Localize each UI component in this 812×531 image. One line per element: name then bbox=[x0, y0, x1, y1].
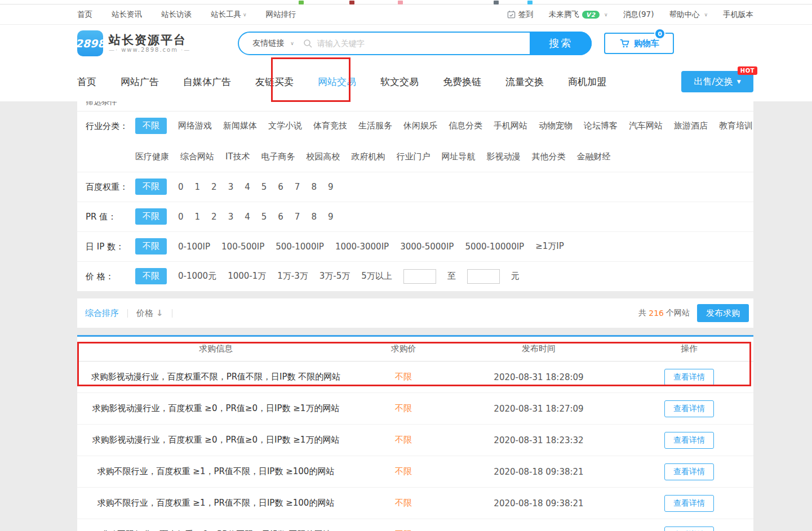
filter-option[interactable]: 体育竞技 bbox=[313, 118, 347, 134]
messages-link[interactable]: 消息(97) bbox=[623, 10, 654, 20]
filter-option[interactable]: 0 bbox=[178, 209, 184, 225]
filter-option[interactable]: 8 bbox=[311, 179, 317, 195]
filter-option[interactable]: 手机网站 bbox=[494, 118, 527, 134]
filter-option[interactable]: 政府机构 bbox=[352, 149, 385, 165]
sort-price[interactable]: 价格 ↓ bbox=[136, 308, 163, 319]
filter-option[interactable]: 新闻媒体 bbox=[223, 118, 257, 134]
filter-option[interactable]: 1000-3000IP bbox=[335, 239, 389, 255]
filter-option[interactable]: 文学小说 bbox=[268, 118, 302, 134]
filter-option[interactable]: 4 bbox=[245, 179, 250, 195]
filter-option[interactable]: 5 bbox=[261, 179, 267, 195]
price-max-input[interactable] bbox=[467, 269, 500, 284]
filter-option[interactable]: 6 bbox=[278, 209, 283, 225]
topbar-link[interactable]: 网站排行 bbox=[266, 10, 296, 20]
nav-item[interactable]: 网站交易 bbox=[318, 75, 356, 88]
filter-option[interactable]: 网址导航 bbox=[442, 149, 476, 165]
sell-exchange-button[interactable]: 出售/交换 ▼ HOT bbox=[681, 71, 753, 92]
filter-option[interactable]: 4 bbox=[245, 209, 250, 225]
view-detail-button[interactable]: 查看详情 bbox=[664, 400, 714, 417]
filter-option[interactable]: 5万以上 bbox=[361, 268, 392, 284]
nav-item[interactable]: 商机加盟 bbox=[568, 75, 606, 88]
filter-option[interactable]: 动物宠物 bbox=[539, 118, 573, 134]
view-detail-button[interactable]: 查看详情 bbox=[664, 463, 714, 480]
mobile-version-link[interactable]: 手机版本 bbox=[723, 10, 753, 20]
filter-option[interactable]: 1万-3万 bbox=[277, 268, 308, 284]
view-detail-button[interactable]: 查看详情 bbox=[664, 495, 714, 512]
view-detail-button[interactable]: 查看详情 bbox=[664, 432, 714, 449]
filter-option[interactable]: 校园高校 bbox=[307, 149, 340, 165]
checkin-link[interactable]: 签到 bbox=[507, 10, 534, 20]
nav-item[interactable]: 友链买卖 bbox=[255, 75, 294, 88]
filter-option[interactable]: 7 bbox=[295, 179, 300, 195]
nav-item[interactable]: 免费换链 bbox=[443, 75, 481, 88]
row-action-cell: 查看详情 bbox=[625, 526, 753, 531]
filter-option[interactable]: 0-100IP bbox=[178, 239, 210, 255]
filter-option[interactable]: 行业门户 bbox=[397, 149, 431, 165]
publish-request-button[interactable]: 发布求购 bbox=[697, 304, 749, 322]
filter-option[interactable]: 3 bbox=[228, 179, 234, 195]
sort-comprehensive[interactable]: 综合排序 bbox=[85, 308, 119, 319]
filter-option[interactable]: 网络游戏 bbox=[178, 118, 212, 134]
topbar-link[interactable]: 站长资讯 bbox=[112, 10, 142, 20]
filter-option-active[interactable]: 不限 bbox=[135, 208, 167, 225]
search-button[interactable]: 搜索 bbox=[530, 32, 592, 55]
filter-option[interactable]: 汽车网站 bbox=[629, 118, 663, 134]
nav-items: 首页网站广告自媒体广告友链买卖网站交易软文交易免费换链流量交换商机加盟 bbox=[77, 75, 606, 88]
nav-item[interactable]: 流量交换 bbox=[505, 75, 544, 88]
filter-option[interactable]: 其他分类 bbox=[532, 149, 566, 165]
filter-option[interactable]: 500-1000IP bbox=[276, 239, 324, 255]
filter-option-active[interactable]: 不限 bbox=[135, 179, 167, 195]
nav-item[interactable]: 首页 bbox=[77, 75, 96, 88]
filter-option[interactable]: 9 bbox=[328, 209, 334, 225]
filter-option[interactable]: ≥1万IP bbox=[535, 238, 564, 255]
filter-option[interactable]: 5 bbox=[261, 209, 267, 225]
filter-option[interactable]: 医疗健康 bbox=[135, 149, 169, 165]
filter-option[interactable]: 7 bbox=[295, 209, 300, 225]
filter-option[interactable]: 3000-5000IP bbox=[400, 239, 454, 255]
filter-option[interactable]: IT技术 bbox=[225, 149, 250, 165]
filter-option[interactable]: 生活服务 bbox=[358, 118, 392, 134]
topbar-link[interactable]: 首页 bbox=[77, 10, 92, 20]
search-category-dropdown[interactable]: 友情链接 ∨ bbox=[239, 38, 303, 48]
filter-option[interactable]: 论坛博客 bbox=[584, 118, 618, 134]
filter-option[interactable]: 8 bbox=[311, 209, 317, 225]
filter-option[interactable]: 0-1000元 bbox=[178, 268, 216, 284]
filter-option[interactable]: 3万-5万 bbox=[320, 268, 350, 284]
account-menu[interactable]: 未来腾飞 V2 ∨ bbox=[549, 10, 608, 20]
filter-option[interactable]: 0 bbox=[178, 179, 184, 195]
filter-option[interactable]: 电子商务 bbox=[261, 149, 295, 165]
topbar-link[interactable]: 站长工具∨ bbox=[211, 10, 247, 20]
logo-2898-icon: 2898 bbox=[77, 30, 103, 56]
filter-option[interactable]: 5000-10000IP bbox=[465, 239, 524, 255]
nav-item[interactable]: 网站广告 bbox=[121, 75, 159, 88]
filter-option-active[interactable]: 不限 bbox=[135, 118, 167, 134]
filter-option[interactable]: 100-500IP bbox=[221, 239, 264, 255]
filter-option[interactable]: 影视动漫 bbox=[487, 149, 521, 165]
cart-count-badge: 0 bbox=[654, 28, 665, 39]
filter-option[interactable]: 综合网站 bbox=[180, 149, 214, 165]
filter-option-active[interactable]: 不限 bbox=[135, 268, 167, 284]
filter-option[interactable]: 3 bbox=[228, 209, 234, 225]
filter-option[interactable]: 1 bbox=[195, 209, 201, 225]
filter-option[interactable]: 教育培训 bbox=[719, 118, 753, 134]
filter-option[interactable]: 9 bbox=[328, 179, 334, 195]
filter-option[interactable]: 2 bbox=[211, 179, 217, 195]
filter-option[interactable]: 金融财经 bbox=[577, 149, 611, 165]
filter-option[interactable]: 1000-1万 bbox=[228, 268, 266, 284]
nav-item[interactable]: 自媒体广告 bbox=[183, 75, 231, 88]
view-detail-button[interactable]: 查看详情 bbox=[664, 526, 714, 531]
filter-option[interactable]: 1 bbox=[195, 179, 201, 195]
cart-button[interactable]: 购物车 0 bbox=[604, 33, 674, 54]
view-detail-button[interactable]: 查看详情 bbox=[664, 369, 714, 386]
topbar-link[interactable]: 站长访谈 bbox=[161, 10, 192, 20]
filter-option[interactable]: 6 bbox=[278, 179, 283, 195]
site-logo[interactable]: 2898 站长资源平台 www.2898.com bbox=[77, 30, 190, 56]
filter-option[interactable]: 休闲娱乐 bbox=[403, 118, 437, 134]
price-min-input[interactable] bbox=[403, 269, 436, 284]
filter-option[interactable]: 旅游酒店 bbox=[674, 118, 708, 134]
help-center-menu[interactable]: 帮助中心 ∨ bbox=[669, 10, 708, 20]
filter-option[interactable]: 2 bbox=[211, 209, 217, 225]
filter-option[interactable]: 信息分类 bbox=[449, 118, 482, 134]
nav-item[interactable]: 软文交易 bbox=[380, 75, 419, 88]
filter-option-active[interactable]: 不限 bbox=[135, 238, 167, 255]
